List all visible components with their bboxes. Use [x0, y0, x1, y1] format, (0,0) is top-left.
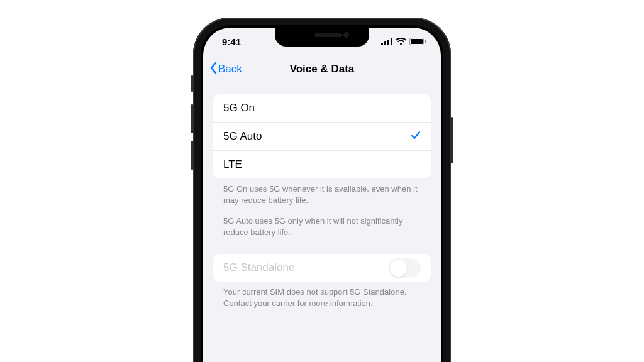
page-title: Voice & Data	[290, 63, 355, 75]
option-lte[interactable]: LTE	[213, 150, 431, 178]
back-label: Back	[218, 63, 242, 75]
power-button[interactable]	[450, 117, 453, 163]
notch	[275, 28, 369, 47]
volume-up-button[interactable]	[191, 104, 194, 133]
mute-switch[interactable]	[191, 75, 194, 92]
volume-down-button[interactable]	[191, 141, 194, 170]
standalone-group: 5G Standalone	[213, 254, 431, 282]
screen: 9:41	[203, 28, 441, 362]
svg-rect-0	[381, 43, 383, 45]
back-button[interactable]: Back	[209, 55, 242, 83]
svg-rect-3	[391, 38, 392, 45]
cellular-signal-icon	[381, 38, 392, 45]
wifi-icon	[396, 38, 406, 45]
svg-rect-1	[384, 41, 386, 45]
option-label: 5G Auto	[223, 130, 262, 143]
network-mode-group: 5G On 5G Auto LTE	[213, 94, 431, 178]
footer-5g-auto: 5G Auto uses 5G only when it will not si…	[213, 211, 431, 238]
status-indicators	[381, 38, 426, 45]
footer-5g-on: 5G On uses 5G whenever it is available, …	[213, 178, 431, 206]
option-label: LTE	[223, 158, 242, 171]
checkmark-icon	[411, 130, 421, 143]
phone-frame: 9:41	[193, 18, 451, 362]
option-label: 5G Standalone	[223, 261, 294, 274]
option-5g-on[interactable]: 5G On	[213, 94, 431, 122]
phone-bezel: 9:41	[201, 25, 443, 362]
chevron-left-icon	[209, 62, 217, 77]
spacer	[213, 238, 431, 254]
footer-standalone: Your current SIM does not support 5G Sta…	[213, 282, 431, 309]
option-label: 5G On	[223, 102, 255, 114]
content: 5G On 5G Auto LTE 5G On use	[203, 83, 441, 309]
svg-rect-6	[425, 40, 426, 43]
option-5g-standalone: 5G Standalone	[213, 254, 431, 282]
standalone-toggle	[389, 258, 421, 278]
nav-bar: Back Voice & Data	[203, 55, 441, 83]
svg-rect-5	[411, 39, 423, 44]
svg-rect-2	[387, 40, 389, 45]
battery-icon	[409, 38, 426, 45]
option-5g-auto[interactable]: 5G Auto	[213, 122, 431, 150]
status-time: 9:41	[218, 36, 241, 47]
